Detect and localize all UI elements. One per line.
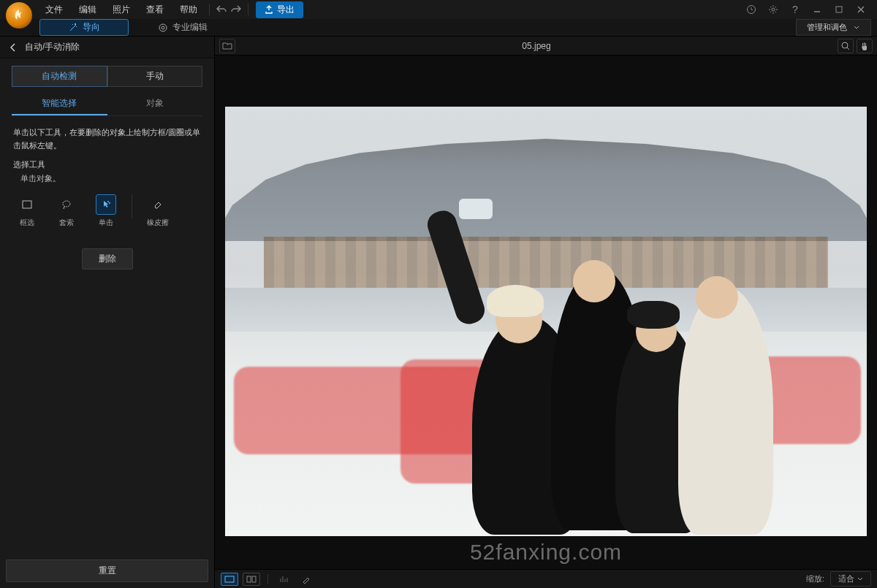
tool-click-label: 单击: [99, 218, 113, 228]
menu-edit[interactable]: 编辑: [72, 1, 104, 19]
canvas-footer: 缩放: 适合: [215, 569, 877, 588]
svg-point-3: [159, 24, 167, 31]
help-icon[interactable]: ?: [788, 2, 802, 17]
notification-icon[interactable]: [744, 2, 759, 17]
svg-point-9: [842, 42, 848, 48]
pro-edit-button[interactable]: 专业编辑: [158, 21, 208, 34]
header-tools: [838, 39, 873, 53]
instructions-text: 单击以下工具，在要删除的对象上绘制方框/圆圈或单击鼠标左键。: [0, 116, 214, 156]
tool-lasso-label: 套索: [59, 218, 74, 228]
view-compare-button[interactable]: [243, 573, 260, 586]
click-icon: [100, 199, 112, 210]
svg-point-7: [107, 201, 109, 202]
canvas[interactable]: 52fanxing.com: [215, 56, 877, 569]
zoom-label: 缩放:: [806, 573, 824, 584]
toolbar: 导向 专业编辑 管理和调色: [0, 19, 877, 37]
brush-icon[interactable]: [297, 573, 315, 586]
mode-tabs: 自动检测 手动: [12, 66, 202, 87]
separator: [267, 574, 268, 584]
menu-file[interactable]: 文件: [38, 1, 70, 19]
minimize-button[interactable]: [810, 2, 824, 17]
filename: 05.jpeg: [235, 41, 838, 51]
view-single-button[interactable]: [221, 573, 238, 586]
svg-rect-5: [23, 201, 31, 208]
svg-point-1: [772, 8, 775, 11]
svg-point-8: [109, 202, 110, 204]
menu-view[interactable]: 查看: [139, 1, 171, 19]
subtab-object[interactable]: 对象: [107, 93, 203, 115]
svg-rect-2: [836, 7, 842, 12]
photo: [225, 107, 867, 536]
svg-point-6: [63, 201, 70, 207]
svg-point-4: [162, 26, 164, 29]
tool-eraser-label: 橡皮擦: [147, 218, 169, 228]
main-area: 自动/手动消除 自动检测 手动 智能选择 对象 单击以下工具，在要删除的对象上绘…: [0, 37, 877, 588]
manage-color-label: 管理和调色: [807, 22, 847, 33]
select-tools-label: 选择工具: [0, 156, 214, 173]
tool-eraser[interactable]: 橡皮擦: [144, 194, 172, 228]
menubar: 文件 编辑 照片 查看 帮助 导出 ?: [0, 0, 877, 19]
menu-help[interactable]: 帮助: [172, 1, 205, 19]
zoom-dropdown[interactable]: 适合: [830, 571, 871, 587]
chevron-down-icon: [853, 24, 860, 31]
panel-header: 自动/手动消除: [0, 37, 214, 58]
panel-title: 自动/手动消除: [25, 41, 80, 53]
reset-button[interactable]: 重置: [6, 560, 208, 582]
tool-lasso[interactable]: 套索: [53, 194, 80, 228]
svg-rect-11: [247, 576, 251, 582]
undo-icon[interactable]: [214, 2, 229, 17]
tool-click[interactable]: 单击: [92, 194, 120, 228]
eraser-icon: [152, 199, 164, 210]
manage-color-button[interactable]: 管理和调色: [796, 19, 871, 36]
separator: [248, 4, 248, 15]
tool-rectangle[interactable]: 框选: [13, 194, 41, 228]
wand-icon: [68, 23, 78, 33]
guide-button[interactable]: 导向: [39, 19, 129, 36]
delete-button[interactable]: 删除: [82, 248, 133, 270]
subtab-smart-select[interactable]: 智能选择: [12, 93, 107, 115]
canvas-header: 05.jpeg: [215, 37, 877, 56]
watermark: 52fanxing.com: [470, 540, 622, 565]
guide-label: 导向: [83, 21, 100, 34]
export-icon: [265, 5, 273, 14]
separator: [132, 194, 132, 219]
sidebar-footer: 重置: [0, 554, 214, 588]
tab-manual[interactable]: 手动: [107, 66, 203, 87]
pro-edit-label: 专业编辑: [172, 21, 208, 34]
gear-icon[interactable]: [766, 2, 781, 17]
lasso-icon: [61, 199, 72, 210]
sidebar: 自动/手动消除 自动检测 手动 智能选择 对象 单击以下工具，在要删除的对象上绘…: [0, 37, 215, 588]
back-button[interactable]: [6, 42, 20, 53]
tool-rect-label: 框选: [20, 218, 34, 228]
rectangle-icon: [21, 199, 33, 210]
tab-auto-detect[interactable]: 自动检测: [12, 66, 107, 87]
menu-items: 文件 编辑 照片 查看 帮助: [38, 1, 205, 19]
sliders-icon: [158, 23, 168, 33]
export-button[interactable]: 导出: [256, 1, 303, 18]
redo-icon[interactable]: [229, 2, 243, 17]
magnify-button[interactable]: [838, 39, 854, 53]
zoom-value: 适合: [838, 573, 854, 584]
export-label: 导出: [277, 4, 295, 16]
chevron-down-icon: [857, 576, 863, 582]
sub-tabs: 智能选择 对象: [12, 93, 202, 116]
close-button[interactable]: [854, 2, 868, 17]
svg-rect-10: [225, 576, 234, 582]
separator: [209, 4, 210, 15]
menubar-right: ?: [744, 2, 874, 17]
menu-photo[interactable]: 照片: [105, 1, 137, 19]
maximize-button[interactable]: [832, 2, 846, 17]
app-logo: [6, 2, 32, 28]
zoom-section: 缩放: 适合: [806, 571, 871, 587]
pan-button[interactable]: [857, 39, 873, 53]
canvas-area: 05.jpeg: [215, 37, 877, 588]
folder-button[interactable]: [219, 39, 235, 53]
svg-rect-12: [252, 576, 256, 582]
tool-row: 框选 套索 单击 橡皮擦: [0, 191, 214, 231]
click-object-label: 单击对象。: [0, 173, 214, 191]
histogram-icon[interactable]: [276, 573, 293, 586]
